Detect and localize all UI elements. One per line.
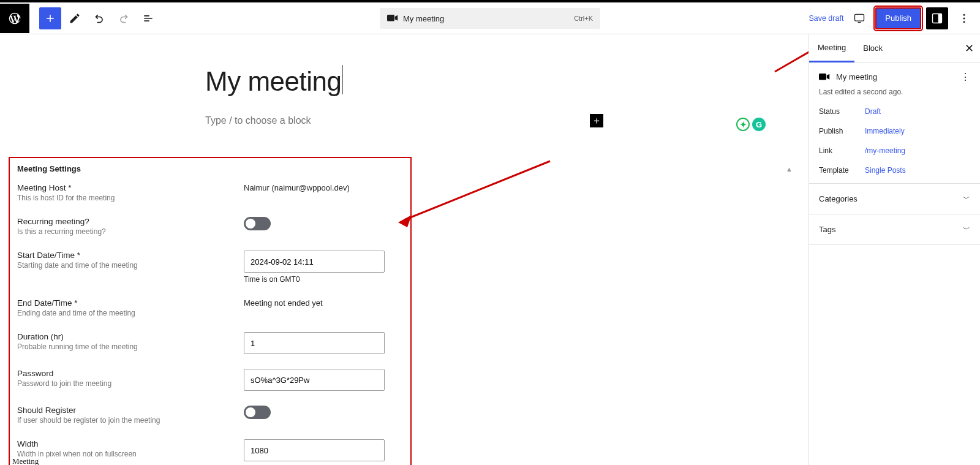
duration-label: Duration (hr) [17,332,244,341]
sidebar-doc-name: My meeting [836,72,877,81]
end-desc: Ending date and time of the meeting [17,309,244,317]
chevron-down-icon: ﹀ [963,224,970,235]
redo-button[interactable] [113,7,135,29]
width-label: Width [17,439,244,448]
doc-actions-button[interactable]: ⋮ [960,71,970,83]
password-label: Password [17,369,244,378]
settings-sidebar: Meeting Block ✕ My meeting ⋮ Last edited… [809,34,980,465]
password-input[interactable] [244,369,385,391]
host-value[interactable]: Naimur (naimur@wppool.dev) [244,183,403,192]
document-outline-button[interactable] [137,7,159,29]
host-desc: This is host ID for the meeting [17,194,244,202]
categories-section[interactable]: Categories ﹀ [809,184,980,214]
recurring-desc: Is this a recurring meeting? [17,227,244,236]
password-desc: Password to join the meeting [17,379,244,388]
start-datetime-input[interactable] [244,251,385,273]
svg-point-7 [963,21,965,23]
preview-button[interactable] [848,7,870,29]
svg-rect-2 [858,21,861,22]
end-label: End Date/Time * [17,298,244,308]
svg-line-8 [404,161,550,220]
video-icon [819,73,830,81]
start-label: Start Date/Time * [17,251,244,260]
register-toggle[interactable] [244,406,271,419]
document-bar[interactable]: My meeting Ctrl+K [380,8,600,29]
edit-mode-button[interactable] [64,7,86,29]
register-label: Should Register [17,406,244,415]
duration-desc: Probable running time of the meeting [17,342,244,351]
width-input[interactable] [244,439,385,461]
inline-add-block-button[interactable]: ＋ [590,114,603,127]
jetpack-icon[interactable]: ✦ [736,118,750,131]
recurring-toggle[interactable] [244,217,271,230]
start-hint: Time is on GMT0 [244,275,403,284]
post-title-input[interactable]: My meeting [205,65,603,97]
tab-block[interactable]: Block [854,34,891,62]
meeting-settings-title: Meeting Settings [17,164,403,173]
width-desc: Width in pixel when not on fullscreen [17,450,244,458]
add-block-button[interactable] [39,7,61,29]
settings-toggle-button[interactable] [926,7,948,29]
last-edited-text: Last edited a second ago. [819,88,970,96]
svg-rect-4 [938,13,942,23]
meeting-settings-panel: Meeting Settings Meeting Host * This is … [9,157,412,465]
svg-rect-0 [387,15,394,21]
permalink-value[interactable]: /my-meeting [865,146,905,155]
svg-point-5 [963,13,965,15]
host-label: Meeting Host * [17,183,244,192]
end-value: Meeting not ended yet [244,298,403,308]
close-sidebar-button[interactable]: ✕ [958,37,980,59]
assistant-badges: ✦ G [736,118,766,131]
recurring-label: Recurring meeting? [17,217,244,226]
duration-input[interactable] [244,332,385,354]
start-desc: Starting date and time of the meeting [17,261,244,270]
collapse-panel-caret[interactable]: ▲ [786,165,793,173]
grammarly-icon[interactable]: G [752,118,766,131]
svg-rect-12 [819,74,826,80]
undo-button[interactable] [88,7,110,29]
save-draft-button[interactable]: Save draft [809,14,843,23]
register-desc: If user should be register to join the m… [17,416,244,425]
annotation-arrow-settings [398,155,551,229]
wordpress-logo[interactable] [0,4,29,33]
top-toolbar: My meeting Ctrl+K Save draft Publish [0,0,980,34]
document-title: My meeting [403,14,444,23]
svg-rect-1 [855,14,864,21]
svg-point-6 [963,17,965,19]
bottom-caption: Meeting [12,456,39,465]
status-value[interactable]: Draft [865,107,881,116]
more-menu-button[interactable] [953,7,975,29]
publish-time-value[interactable]: Immediately [865,127,905,135]
tab-meeting[interactable]: Meeting [809,34,854,62]
editor-main: My meeting Type / to choose a block ＋ ✦ … [0,34,809,465]
tags-section[interactable]: Tags ﹀ [809,214,980,245]
block-placeholder[interactable]: Type / to choose a block [205,115,311,126]
template-value[interactable]: Single Posts [865,166,906,175]
chevron-down-icon: ﹀ [963,194,970,204]
document-shortcut: Ctrl+K [574,15,593,22]
publish-button[interactable]: Publish [875,7,921,29]
